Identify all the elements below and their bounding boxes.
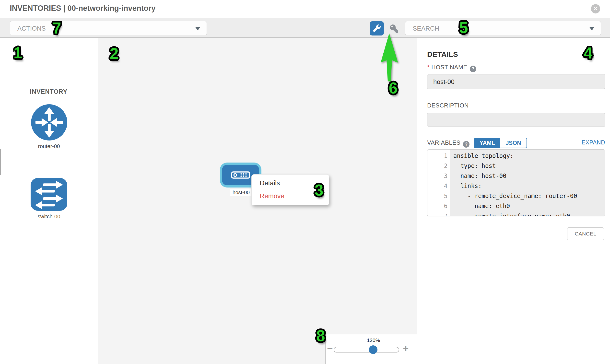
annotation-arrow-icon bbox=[380, 33, 399, 84]
palette-item-label: router-00 bbox=[12, 143, 86, 150]
toggle-yaml-button[interactable]: YAML bbox=[474, 138, 500, 148]
inventory-palette: INVENTORY router-00 bbox=[0, 38, 98, 364]
page-title: INVENTORIES | 00-networking-inventory bbox=[10, 4, 156, 13]
line-number: 6 bbox=[427, 201, 447, 211]
hostname-field-label-row: *HOST NAME? bbox=[427, 64, 476, 72]
code-line: name: host-00 bbox=[453, 171, 506, 181]
annotation-4: 4 bbox=[584, 44, 592, 62]
help-question-icon[interactable]: ? bbox=[470, 65, 476, 72]
toolbar: ACTIONS SEARCH bbox=[0, 18, 610, 38]
line-number: 5 bbox=[427, 191, 447, 201]
key-button[interactable] bbox=[390, 25, 398, 33]
line-number: 2 bbox=[427, 161, 447, 171]
annotation-7: 7 bbox=[52, 19, 61, 37]
help-question-icon[interactable]: ? bbox=[463, 141, 469, 148]
code-line: remote_interface_name: eth0 bbox=[453, 211, 570, 216]
line-number: 1 bbox=[427, 151, 447, 161]
required-asterisk: * bbox=[427, 64, 429, 70]
actions-dropdown-label: ACTIONS bbox=[17, 25, 46, 32]
annotation-5: 5 bbox=[459, 19, 468, 37]
description-input[interactable] bbox=[427, 113, 605, 127]
search-dropdown-label: SEARCH bbox=[413, 25, 439, 32]
context-menu-item-details[interactable]: Details bbox=[260, 180, 280, 187]
annotation-8: 8 bbox=[316, 327, 325, 345]
code-line: links: bbox=[453, 181, 482, 191]
zoom-slider-track[interactable] bbox=[334, 347, 399, 352]
page-header: INVENTORIES | 00-networking-inventory ✕ bbox=[0, 0, 610, 18]
expand-link[interactable]: EXPAND bbox=[582, 139, 605, 146]
left-scrollbar[interactable] bbox=[0, 149, 1, 175]
palette-item-router[interactable] bbox=[31, 104, 67, 141]
variables-label: VARIABLES bbox=[427, 139, 460, 146]
line-number: 3 bbox=[427, 171, 447, 181]
context-menu-item-remove[interactable]: Remove bbox=[260, 192, 285, 200]
annotation-2: 2 bbox=[110, 45, 118, 63]
details-panel: DETAILS *HOST NAME? host-00 DESCRIPTION … bbox=[417, 38, 610, 364]
zoom-control: 120% − + bbox=[325, 334, 417, 364]
switch-icon bbox=[31, 207, 67, 211]
zoom-out-button[interactable]: − bbox=[327, 344, 333, 353]
router-icon bbox=[31, 137, 67, 141]
code-line: type: host bbox=[453, 161, 496, 171]
palette-item-switch[interactable] bbox=[31, 178, 67, 211]
variables-format-toggle: YAML JSON bbox=[474, 138, 527, 148]
annotation-3: 3 bbox=[314, 181, 323, 199]
annotation-6: 6 bbox=[389, 79, 398, 97]
chevron-down-icon bbox=[195, 27, 200, 30]
inventory-palette-title: INVENTORY bbox=[30, 88, 67, 95]
zoom-level-value: 120% bbox=[357, 337, 390, 343]
description-label: DESCRIPTION bbox=[427, 102, 469, 109]
variables-header-row: VARIABLES? YAML JSON EXPAND bbox=[427, 138, 605, 148]
details-panel-title: DETAILS bbox=[427, 50, 458, 59]
hostname-label: HOST NAME bbox=[431, 64, 467, 70]
hostname-input[interactable]: host-00 bbox=[427, 74, 605, 89]
zoom-in-button[interactable]: + bbox=[403, 344, 409, 353]
annotation-1: 1 bbox=[13, 44, 22, 62]
code-line: - remote_device_name: router-00 bbox=[453, 191, 577, 201]
canvas-node-label: host-00 bbox=[230, 189, 252, 196]
line-number: 4 bbox=[427, 181, 447, 191]
close-icon[interactable]: ✕ bbox=[591, 4, 600, 13]
code-line: ansible_topology: bbox=[453, 151, 514, 161]
line-number: 7 bbox=[427, 211, 447, 216]
description-field-label-row: DESCRIPTION bbox=[427, 102, 469, 109]
search-dropdown[interactable]: SEARCH bbox=[405, 21, 601, 35]
cancel-button[interactable]: CANCEL bbox=[567, 227, 604, 240]
variables-code-editor[interactable]: 1 ansible_topology: 2 type: host 3 name:… bbox=[427, 149, 605, 216]
zoom-slider-knob[interactable] bbox=[369, 345, 377, 354]
actions-dropdown[interactable]: ACTIONS bbox=[10, 21, 207, 35]
palette-item-label: switch-00 bbox=[12, 213, 86, 220]
code-line: name: eth0 bbox=[453, 201, 510, 211]
toggle-json-button[interactable]: JSON bbox=[500, 138, 527, 148]
chevron-down-icon bbox=[589, 27, 594, 30]
